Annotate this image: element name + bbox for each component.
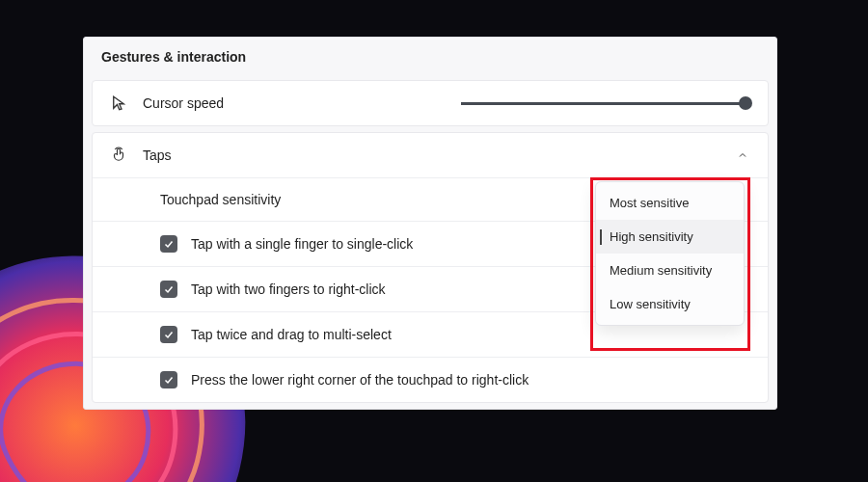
section-title: Gestures & interaction [84,38,776,80]
checkbox-checked-icon[interactable] [160,371,177,388]
taps-header[interactable]: Taps [93,133,768,177]
taps-label: Taps [143,147,719,163]
checkbox-checked-icon[interactable] [160,326,177,343]
touchpad-sensitivity-label: Touchpad sensitivity [160,192,281,207]
cursor-speed-slider[interactable] [461,102,750,105]
sensitivity-option-low[interactable]: Low sensitivity [596,287,744,321]
cursor-speed-card: Cursor speed [92,80,769,126]
sensitivity-dropdown: Most sensitive High sensitivity Medium s… [595,181,745,326]
sensitivity-option-most[interactable]: Most sensitive [596,186,744,220]
checkbox-checked-icon[interactable] [160,235,177,253]
cursor-icon [110,94,127,112]
option-label: Tap twice and drag to multi-select [191,327,392,342]
option-label: Press the lower right corner of the touc… [191,372,529,388]
option-label: Tap with two fingers to right-click [191,281,386,297]
checkbox-checked-icon[interactable] [160,281,177,298]
option-label: Tap with a single finger to single-click [191,236,413,252]
cursor-speed-label: Cursor speed [143,95,446,111]
chevron-up-icon[interactable] [735,147,750,163]
touch-icon [110,147,127,164]
sensitivity-option-high[interactable]: High sensitivity [596,220,744,254]
sensitivity-option-medium[interactable]: Medium sensitivity [596,254,744,287]
option-corner-right-click[interactable]: Press the lower right corner of the touc… [93,357,768,402]
